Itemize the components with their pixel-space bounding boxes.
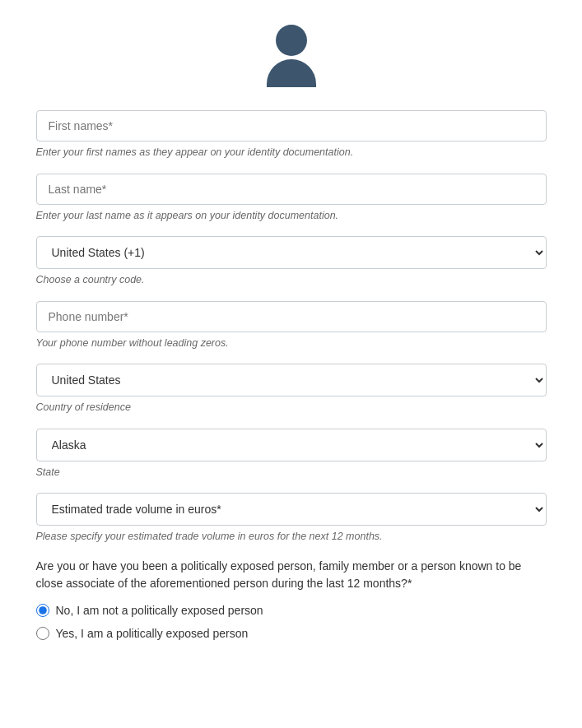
phone-hint: Your phone number without leading zeros. (36, 336, 547, 351)
country-code-hint: Choose a country code. (36, 273, 547, 288)
pep-radio-group: No, I am not a politically exposed perso… (36, 604, 547, 640)
state-hint: State (36, 466, 547, 480)
state-select[interactable]: Alaska Alabama Arizona California Colora… (36, 429, 547, 461)
last-name-input[interactable] (36, 174, 547, 205)
first-names-hint: Enter your first names as they appear on… (36, 146, 547, 160)
pep-no-label: No, I am not a politically exposed perso… (56, 604, 263, 617)
trade-volume-group: Estimated trade volume in euros* Less th… (36, 493, 547, 545)
last-name-hint: Enter your last name as it appears on yo… (36, 209, 547, 224)
avatar-body (267, 59, 316, 87)
pep-no-radio[interactable] (36, 604, 49, 617)
first-names-input[interactable] (36, 110, 547, 141)
pep-no-option[interactable]: No, I am not a politically exposed perso… (36, 604, 547, 617)
country-residence-group: United States United Kingdom Germany Fra… (36, 364, 547, 415)
country-code-group: United States (+1) United Kingdom (+44) … (36, 236, 547, 288)
phone-input[interactable] (36, 301, 547, 332)
avatar-head (276, 25, 307, 56)
pep-yes-label: Yes, I am a politically exposed person (56, 627, 249, 640)
country-residence-select[interactable]: United States United Kingdom Germany Fra… (36, 364, 547, 396)
trade-volume-select[interactable]: Estimated trade volume in euros* Less th… (36, 493, 547, 526)
country-residence-hint: Country of residence (36, 401, 547, 415)
avatar-section (267, 25, 316, 87)
first-names-group: Enter your first names as they appear on… (36, 110, 547, 160)
pep-group: Are you or have you been a politically e… (36, 558, 547, 640)
phone-group: Your phone number without leading zeros. (36, 301, 547, 351)
trade-volume-hint: Please specify your estimated trade volu… (36, 530, 547, 545)
country-code-select[interactable]: United States (+1) United Kingdom (+44) … (36, 236, 547, 269)
user-avatar-icon (267, 25, 316, 87)
pep-question-text: Are you or have you been a politically e… (36, 558, 547, 592)
state-group: Alaska Alabama Arizona California Colora… (36, 429, 547, 480)
pep-yes-option[interactable]: Yes, I am a politically exposed person (36, 627, 547, 640)
last-name-group: Enter your last name as it appears on yo… (36, 174, 547, 224)
pep-yes-radio[interactable] (36, 627, 49, 640)
page-container: Enter your first names as they appear on… (36, 16, 547, 712)
registration-form: Enter your first names as they appear on… (36, 110, 547, 653)
